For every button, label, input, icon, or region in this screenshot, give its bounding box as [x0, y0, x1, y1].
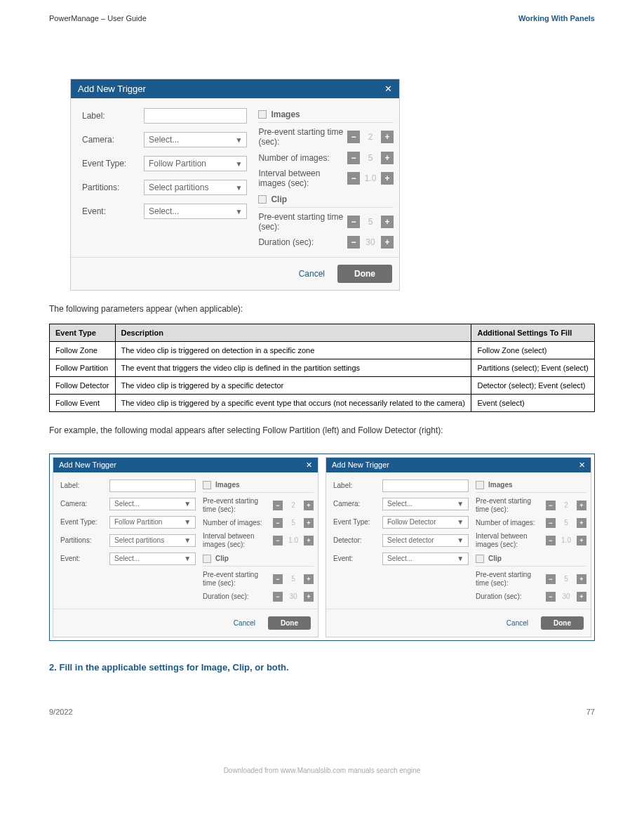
event-type-select[interactable]: Follow Detector▼: [382, 516, 469, 529]
camera-select[interactable]: Select...▼: [144, 132, 247, 147]
clip-checkbox[interactable]: [258, 195, 267, 204]
minus-icon[interactable]: −: [273, 501, 283, 510]
images-checkbox[interactable]: [258, 110, 267, 119]
plus-icon[interactable]: +: [381, 236, 394, 249]
plus-icon[interactable]: +: [304, 501, 314, 510]
plus-icon[interactable]: +: [577, 518, 586, 528]
partitions-label: Partitions:: [60, 536, 109, 544]
done-button[interactable]: Done: [541, 616, 584, 630]
plus-icon[interactable]: +: [381, 172, 394, 185]
done-button[interactable]: Done: [337, 265, 392, 283]
num-images-stepper[interactable]: − 5 +: [347, 152, 394, 164]
num-images-stepper[interactable]: −5+: [546, 518, 586, 528]
clip-checkbox[interactable]: [203, 555, 211, 563]
minus-icon[interactable]: −: [347, 152, 360, 164]
minus-icon[interactable]: −: [273, 536, 283, 545]
minus-icon[interactable]: −: [347, 216, 360, 228]
camera-value: Select...: [114, 500, 140, 508]
label-label: Label:: [82, 111, 144, 121]
done-button[interactable]: Done: [268, 616, 311, 630]
partitions-select[interactable]: Select partitions▼: [109, 534, 196, 547]
modal-follow-partition: Add New Trigger ✕ Label: Camera:Select..…: [53, 457, 318, 637]
clip-checkbox[interactable]: [476, 555, 484, 563]
minus-icon[interactable]: −: [273, 574, 283, 584]
event-type-select[interactable]: Follow Partition▼: [144, 156, 247, 171]
close-icon[interactable]: ✕: [384, 84, 392, 94]
plus-icon[interactable]: +: [577, 574, 586, 584]
close-icon[interactable]: ✕: [579, 461, 585, 470]
chevron-down-icon: ▼: [235, 184, 242, 192]
clip-heading: Clip: [271, 194, 287, 204]
plus-icon[interactable]: +: [304, 574, 314, 584]
event-select[interactable]: Select...▼: [382, 552, 469, 565]
minus-icon[interactable]: −: [546, 536, 556, 545]
paragraph-after-modal: The following parameters appear (when ap…: [49, 303, 595, 315]
pre-event-clip-stepper[interactable]: −5+: [546, 574, 586, 584]
minus-icon[interactable]: −: [546, 592, 556, 602]
cell: The event that triggers the video clip i…: [115, 359, 471, 377]
modal-follow-detector: Add New Trigger ✕ Label: Camera:Select..…: [326, 457, 591, 637]
num-images-stepper[interactable]: −5+: [273, 518, 314, 528]
minus-icon[interactable]: −: [273, 518, 283, 528]
label-label: Label:: [60, 482, 109, 489]
images-checkbox[interactable]: [476, 481, 484, 489]
duration-stepper[interactable]: −30+: [546, 592, 586, 602]
minus-icon[interactable]: −: [347, 172, 360, 185]
pre-event-img-stepper[interactable]: −2+: [273, 501, 314, 510]
header-left: PowerManage – User Guide: [49, 14, 147, 22]
clip-heading: Clip: [215, 555, 229, 562]
partitions-select[interactable]: Select partitions▼: [144, 180, 247, 195]
plus-icon[interactable]: +: [381, 131, 394, 143]
pre-event-clip-stepper[interactable]: −5+: [273, 574, 314, 584]
pre-event-img-stepper[interactable]: − 2 +: [347, 131, 394, 143]
pre-event-img-stepper[interactable]: −2+: [546, 501, 586, 510]
cancel-button[interactable]: Cancel: [507, 619, 528, 627]
partitions-value: Select partitions: [149, 183, 208, 192]
duration-value: 30: [286, 593, 301, 600]
minus-icon[interactable]: −: [546, 574, 556, 584]
duration-value: 30: [558, 593, 574, 600]
minus-icon[interactable]: −: [347, 236, 360, 249]
cell: Detector (select); Event (select): [471, 377, 595, 395]
camera-select[interactable]: Select...▼: [382, 498, 469, 510]
event-select[interactable]: Select...▼: [109, 552, 196, 565]
label-input[interactable]: [144, 108, 247, 124]
duration-stepper[interactable]: −30+: [273, 592, 314, 602]
minus-icon[interactable]: −: [546, 501, 556, 510]
interval-stepper[interactable]: −1.0+: [546, 536, 586, 545]
images-checkbox[interactable]: [203, 481, 211, 489]
event-type-select[interactable]: Follow Partition▼: [109, 516, 196, 529]
modal-header: Add New Trigger ✕: [326, 458, 591, 472]
duration-stepper[interactable]: − 30 +: [347, 236, 394, 249]
cancel-button[interactable]: Cancel: [299, 269, 325, 279]
plus-icon[interactable]: +: [304, 592, 314, 602]
pre-event-clip-stepper[interactable]: − 5 +: [347, 216, 394, 228]
plus-icon[interactable]: +: [304, 518, 314, 528]
chevron-down-icon: ▼: [457, 518, 464, 526]
plus-icon[interactable]: +: [577, 536, 586, 545]
interval-label: Interval between images (sec):: [203, 532, 273, 549]
cancel-button[interactable]: Cancel: [234, 619, 255, 627]
interval-stepper[interactable]: −1.0+: [273, 536, 314, 545]
plus-icon[interactable]: +: [381, 216, 394, 228]
interval-value: 1.0: [286, 536, 301, 544]
minus-icon[interactable]: −: [273, 592, 283, 602]
plus-icon[interactable]: +: [577, 501, 586, 510]
images-section-head: Images: [476, 479, 586, 493]
event-select[interactable]: Select...▼: [144, 204, 247, 219]
minus-icon[interactable]: −: [546, 518, 556, 528]
modal-header: Add New Trigger ✕: [71, 79, 399, 98]
plus-icon[interactable]: +: [381, 152, 394, 164]
modal-header: Add New Trigger ✕: [53, 458, 318, 472]
plus-icon[interactable]: +: [304, 536, 314, 545]
num-images-label: Number of images:: [476, 519, 546, 527]
interval-stepper[interactable]: − 1.0 +: [347, 172, 394, 185]
minus-icon[interactable]: −: [347, 131, 360, 143]
plus-icon[interactable]: +: [577, 592, 586, 602]
label-input[interactable]: [382, 479, 469, 492]
partitions-value: Select partitions: [114, 536, 164, 544]
detector-select[interactable]: Select detector▼: [382, 534, 469, 547]
camera-select[interactable]: Select...▼: [109, 498, 196, 510]
label-input[interactable]: [109, 479, 196, 492]
close-icon[interactable]: ✕: [306, 461, 312, 470]
